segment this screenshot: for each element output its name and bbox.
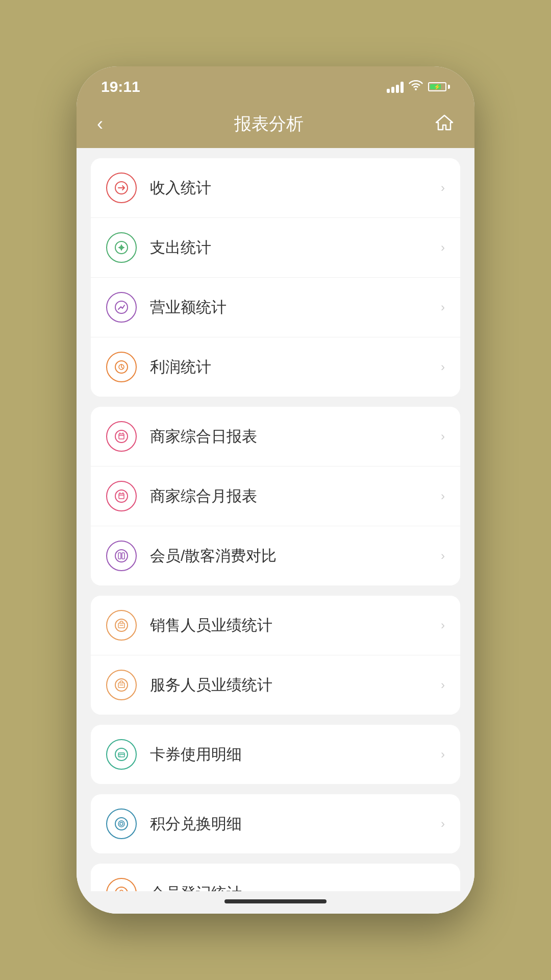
income-icon bbox=[106, 173, 137, 203]
svg-point-6 bbox=[115, 430, 128, 443]
card-group-4: 会员登记统计 › 会员消费统计 › bbox=[91, 864, 460, 891]
back-button[interactable]: ‹ bbox=[97, 115, 103, 133]
menu-item-member-compare[interactable]: 会员/散客消费对比 › bbox=[91, 526, 460, 585]
svg-point-20 bbox=[115, 818, 128, 830]
menu-item-expense[interactable]: 支出统计 › bbox=[91, 218, 460, 278]
profit-label: 利润统计 bbox=[150, 357, 441, 378]
points-exchange-icon bbox=[106, 808, 137, 839]
svg-point-23 bbox=[115, 887, 128, 891]
service-staff-chevron: › bbox=[441, 678, 445, 692]
page-title: 报表分析 bbox=[234, 112, 304, 136]
expense-label: 支出统计 bbox=[150, 237, 441, 258]
phone-frame: 19:11 ⚡ ‹ 报表分析 bbox=[77, 66, 474, 914]
income-chevron: › bbox=[441, 181, 445, 195]
card-usage-label: 卡券使用明细 bbox=[150, 744, 441, 765]
svg-rect-11 bbox=[118, 553, 121, 559]
revenue-chevron: › bbox=[441, 300, 445, 314]
svg-point-19 bbox=[119, 755, 120, 756]
expense-chevron: › bbox=[441, 240, 445, 255]
svg-rect-12 bbox=[122, 553, 124, 559]
menu-item-income[interactable]: 收入统计 › bbox=[91, 158, 460, 218]
service-staff-icon bbox=[106, 670, 137, 700]
member-compare-label: 会员/散客消费对比 bbox=[150, 546, 441, 567]
svg-point-8 bbox=[115, 490, 128, 502]
revenue-label: 营业额统计 bbox=[150, 297, 441, 318]
daily-report-label: 商家综合日报表 bbox=[150, 426, 441, 447]
service-staff-label: 服务人员业绩统计 bbox=[150, 675, 441, 696]
svg-rect-9 bbox=[119, 494, 124, 499]
status-icons: ⚡ bbox=[387, 80, 450, 93]
member-register-icon bbox=[106, 878, 137, 891]
home-bar bbox=[224, 899, 327, 903]
card-group-3: 销售人员业绩统计 › 服务人员业绩统计 › bbox=[91, 596, 460, 715]
menu-item-member-register[interactable]: 会员登记统计 › bbox=[91, 864, 460, 891]
menu-item-points-exchange[interactable]: 积分兑换明细 › bbox=[91, 794, 460, 853]
wifi-icon bbox=[409, 80, 423, 93]
points-exchange-card: 积分兑换明细 › bbox=[91, 794, 460, 853]
content-area: 收入统计 › 支出统计 › bbox=[77, 148, 474, 891]
daily-report-icon bbox=[106, 421, 137, 452]
daily-report-chevron: › bbox=[441, 429, 445, 444]
menu-item-service-staff[interactable]: 服务人员业绩统计 › bbox=[91, 655, 460, 715]
card-usage-chevron: › bbox=[441, 747, 445, 762]
sales-staff-label: 销售人员业绩统计 bbox=[150, 615, 441, 636]
monthly-report-icon bbox=[106, 481, 137, 511]
profit-chevron: › bbox=[441, 360, 445, 374]
expense-icon bbox=[106, 232, 137, 263]
status-time: 19:11 bbox=[101, 78, 140, 95]
svg-point-22 bbox=[120, 822, 123, 825]
home-indicator bbox=[77, 891, 474, 914]
menu-item-monthly-report[interactable]: 商家综合月报表 › bbox=[91, 467, 460, 526]
signal-icon bbox=[387, 81, 404, 93]
sales-staff-chevron: › bbox=[441, 618, 445, 632]
member-register-chevron: › bbox=[441, 886, 445, 891]
card-usage-card: 卡券使用明细 › bbox=[91, 725, 460, 784]
menu-item-card-usage[interactable]: 卡券使用明细 › bbox=[91, 725, 460, 784]
status-bar: 19:11 ⚡ bbox=[77, 66, 474, 102]
svg-rect-7 bbox=[119, 434, 124, 439]
menu-item-daily-report[interactable]: 商家综合日报表 › bbox=[91, 407, 460, 467]
menu-item-sales-staff[interactable]: 销售人员业绩统计 › bbox=[91, 596, 460, 655]
home-button[interactable] bbox=[435, 113, 454, 135]
member-compare-icon bbox=[106, 541, 137, 571]
member-compare-chevron: › bbox=[441, 549, 445, 563]
menu-item-profit[interactable]: 利润统计 › bbox=[91, 337, 460, 397]
profit-icon bbox=[106, 352, 137, 382]
card-group-1: 收入统计 › 支出统计 › bbox=[91, 158, 460, 397]
sales-staff-icon bbox=[106, 610, 137, 641]
battery-icon: ⚡ bbox=[428, 82, 450, 91]
income-label: 收入统计 bbox=[150, 178, 441, 199]
member-register-label: 会员登记统计 bbox=[150, 883, 441, 892]
card-group-2: 商家综合日报表 › 商家综合月报表 › bbox=[91, 407, 460, 585]
card-usage-icon bbox=[106, 739, 137, 770]
monthly-report-chevron: › bbox=[441, 489, 445, 503]
svg-rect-18 bbox=[118, 753, 124, 757]
nav-bar: ‹ 报表分析 bbox=[77, 102, 474, 148]
revenue-icon bbox=[106, 292, 137, 323]
menu-item-revenue[interactable]: 营业额统计 › bbox=[91, 278, 460, 337]
svg-point-21 bbox=[118, 821, 124, 827]
monthly-report-label: 商家综合月报表 bbox=[150, 486, 441, 507]
svg-point-10 bbox=[115, 550, 128, 562]
points-exchange-chevron: › bbox=[441, 817, 445, 831]
points-exchange-label: 积分兑换明细 bbox=[150, 814, 441, 835]
